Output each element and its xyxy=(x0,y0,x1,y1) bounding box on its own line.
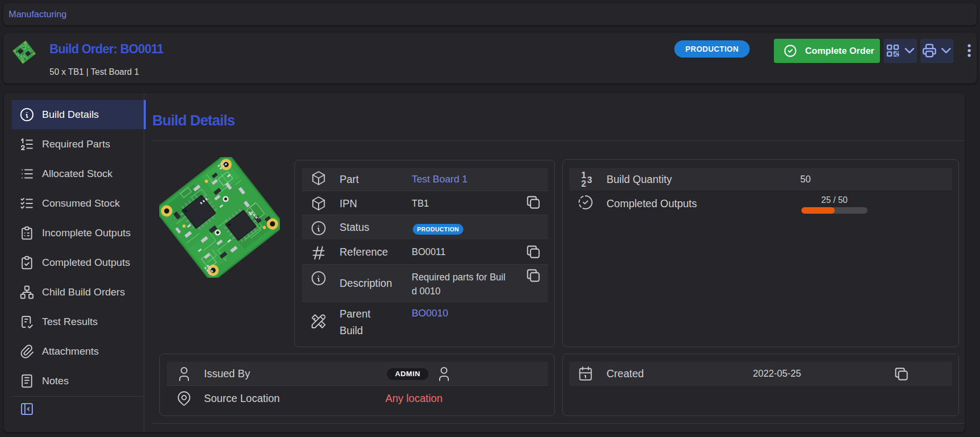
svg-text:2: 2 xyxy=(581,179,586,188)
svg-text:3: 3 xyxy=(587,175,592,185)
